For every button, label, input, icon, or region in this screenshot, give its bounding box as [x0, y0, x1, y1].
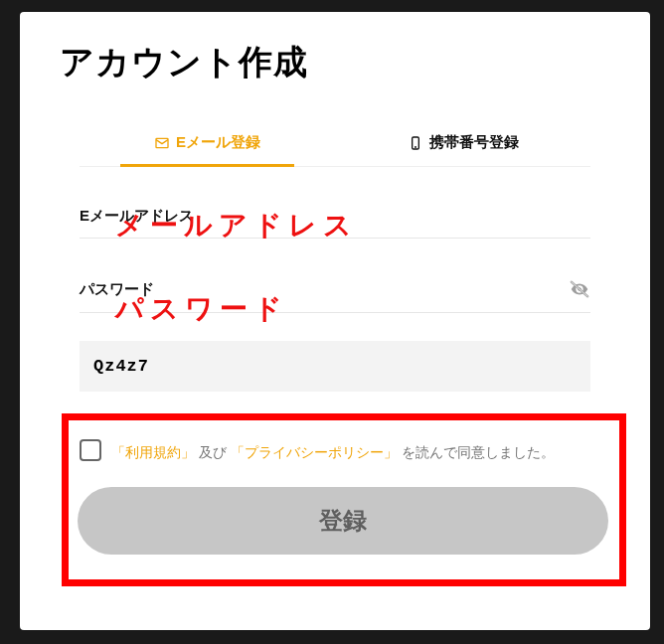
terms-close-bracket: 」 [181, 444, 195, 460]
consent-rest: を読んで同意しました。 [402, 444, 555, 460]
email-field-row: Eメールアドレス [80, 207, 590, 239]
mail-icon [154, 135, 170, 151]
register-tabs: Eメール登録 携帯番号登録 [80, 133, 590, 167]
tab-phone[interactable]: 携帯番号登録 [335, 133, 590, 166]
consent-checkbox[interactable] [80, 439, 101, 461]
email-input[interactable] [194, 208, 590, 225]
form-area: Eメールアドレス パスワード Qz4z7 [20, 207, 650, 392]
terms-link[interactable]: 利用規約 [125, 444, 181, 460]
signup-card: アカウント作成 Eメール登録 携帯番号登録 Eメールアドレス [20, 12, 650, 630]
tab-phone-label: 携帯番号登録 [429, 133, 519, 152]
phone-icon [408, 135, 423, 151]
email-label: Eメールアドレス [80, 207, 194, 226]
privacy-close-bracket: 」 [384, 444, 398, 460]
tab-email-label: Eメール登録 [176, 133, 260, 152]
captcha-code: Qz4z7 [80, 341, 590, 392]
submit-button[interactable]: 登録 [78, 487, 608, 555]
tab-email[interactable]: Eメール登録 [80, 133, 335, 166]
terms-open-bracket: 「 [111, 444, 125, 460]
password-input[interactable] [154, 281, 569, 298]
consent-text: 「利用規約」 及び 「プライバシーポリシー」 を読んで同意しました。 [111, 439, 555, 463]
consent-row: 「利用規約」 及び 「プライバシーポリシー」 を読んで同意しました。 [80, 439, 606, 463]
password-label: パスワード [80, 280, 154, 299]
page-title: アカウント作成 [20, 12, 650, 85]
svg-point-2 [415, 146, 415, 147]
privacy-link[interactable]: プライバシーポリシー [245, 444, 384, 460]
password-field-row: パスワード [80, 278, 590, 313]
visibility-off-icon[interactable] [569, 278, 590, 300]
consent-and: 及び [199, 444, 227, 460]
privacy-open-bracket: 「 [231, 444, 245, 460]
